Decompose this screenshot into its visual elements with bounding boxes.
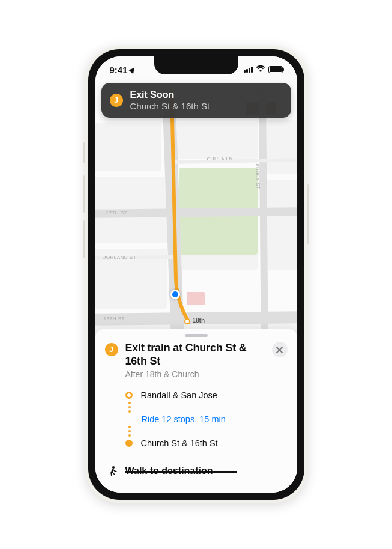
volume-down-button [83,220,85,258]
sheet-title: Exit train at Church St & 16th St [125,342,265,368]
screen: 9:41 [95,56,297,493]
close-button[interactable] [272,342,288,357]
location-arrow-icon [128,65,136,73]
device-frame: 9:41 [85,46,307,503]
banner-subtitle: Church St & 16th St [130,101,210,111]
screen-frame: 9:41 [88,49,304,500]
svg-rect-2 [173,123,258,159]
notch [154,56,238,74]
svg-rect-3 [267,120,297,174]
transit-line-badge: J [105,343,118,356]
stop-start: Randall & San Jose [141,390,217,400]
route-connector-icon [128,402,131,413]
ride-summary[interactable]: Ride 12 stops, 15 min [142,414,226,424]
route-connector-icon [128,426,131,437]
side-button [307,184,309,244]
directions-sheet[interactable]: J Exit train at Church St & 16th St Afte… [95,329,297,493]
street-label-dorland: DORLAND ST [103,255,137,260]
user-location-dot [170,290,180,299]
svg-line-16 [173,160,297,162]
street-label-17th: 17TH ST [106,210,128,216]
transit-line-badge: J [110,94,123,107]
svg-rect-6 [267,180,297,270]
route-stops: Randall & San Jose Ride 12 stops, 15 min… [125,389,288,450]
sheet-subtitle: After 18th & Church [125,369,265,379]
stop-end: Church St & 16th St [141,438,218,448]
street-label-18th: 18TH ST [104,316,125,321]
cellular-icon [244,67,253,73]
svg-line-15 [262,93,265,357]
walk-icon [107,466,118,476]
stop-node-icon [125,440,133,447]
exit-notification-banner[interactable]: J Exit Soon Church St & 16th St [101,83,291,118]
svg-rect-1 [95,123,161,171]
volume-up-button [83,175,85,213]
walk-label: Walk to destination [125,466,213,476]
close-icon [276,347,283,353]
stop-node-icon [125,392,133,399]
station-marker[interactable] [184,318,190,324]
banner-title: Exit Soon [130,89,210,100]
sheet-grabber[interactable] [185,334,208,337]
battery-icon [268,66,283,73]
mute-switch [83,142,85,163]
status-time: 9:41 [110,65,128,75]
street-label-chula: CHULA LN [207,156,233,162]
svg-point-18 [112,466,115,469]
wifi-icon [256,65,265,74]
walk-step[interactable]: Walk to destination [107,466,288,476]
svg-rect-11 [187,292,205,305]
station-label: 18th [193,317,205,324]
street-label-abbey: ABBEY ST [255,163,261,189]
